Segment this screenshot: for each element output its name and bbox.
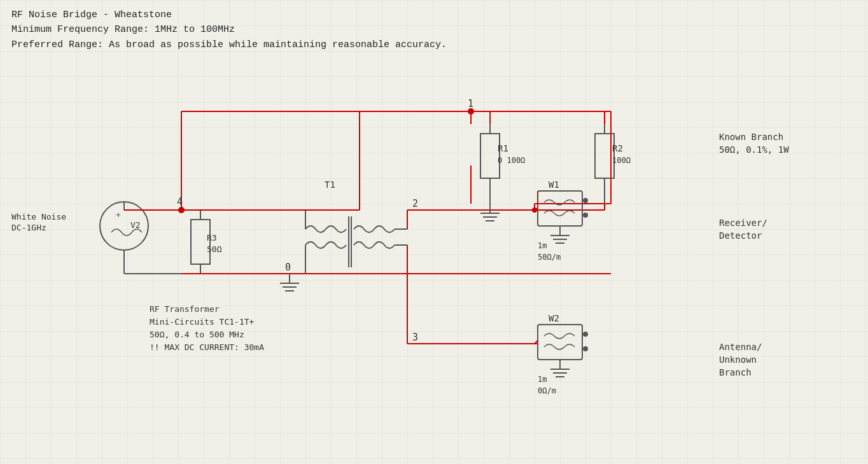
svg-text:!! MAX DC CURRENT: 30mA: !! MAX DC CURRENT: 30mA [150,342,264,352]
svg-text:50Ω/m: 50Ω/m [538,253,561,262]
svg-text:White Noise: White Noise [11,212,66,221]
svg-text:0Ω/m: 0Ω/m [538,386,556,395]
svg-text:V2: V2 [130,220,141,230]
svg-point-118 [468,109,474,115]
svg-text:Unknown: Unknown [719,355,757,365]
svg-point-61 [583,198,588,203]
svg-text:Receiver/: Receiver/ [719,218,767,228]
svg-text:1: 1 [468,98,473,109]
svg-text:100Ω: 100Ω [612,156,631,165]
svg-text:RF Transformer: RF Transformer [150,304,220,314]
svg-text:DC-1GHz: DC-1GHz [11,223,46,232]
svg-text:50Ω: 50Ω [207,244,222,254]
svg-text:Branch: Branch [719,367,752,377]
svg-text:1m: 1m [538,241,547,250]
svg-text:50Ω, 0.1%, 1W: 50Ω, 0.1%, 1W [719,144,789,155]
schematic-diagram: + [0,0,868,464]
svg-text:Mini-Circuits TC1-1T+: Mini-Circuits TC1-1T+ [150,317,255,327]
svg-point-70 [583,346,588,351]
svg-text:W1: W1 [549,179,559,190]
svg-point-62 [583,213,588,218]
svg-text:T1: T1 [325,179,335,190]
svg-text:3: 3 [412,332,418,343]
svg-text:4: 4 [177,196,183,207]
svg-text:0: 0 [285,262,291,273]
svg-text:+: + [116,210,121,220]
svg-text:Detector: Detector [719,230,762,241]
svg-text:R3: R3 [207,233,217,243]
svg-text:W2: W2 [549,313,559,323]
svg-point-69 [583,332,588,337]
svg-text:2: 2 [412,198,418,209]
main-container: RF Noise Bridge - Wheatstone Minimum Fre… [0,0,868,464]
svg-text:1m: 1m [538,375,547,384]
svg-text:0 100Ω: 0 100Ω [498,156,525,165]
svg-text:50Ω, 0.4 to 500 MHz: 50Ω, 0.4 to 500 MHz [150,330,244,339]
svg-text:R1: R1 [498,143,508,153]
svg-text:R2: R2 [612,143,623,153]
svg-text:Antenna/: Antenna/ [719,342,762,352]
svg-text:Known Branch: Known Branch [719,132,783,142]
